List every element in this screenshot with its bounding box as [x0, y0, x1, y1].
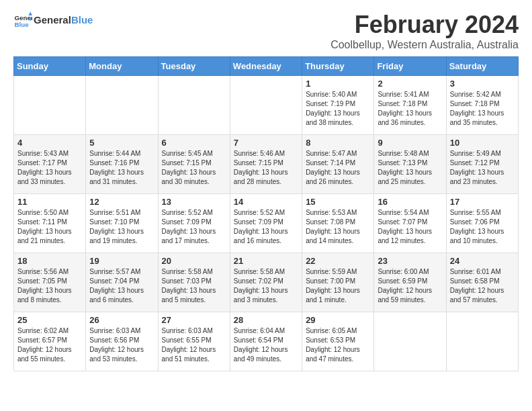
- calendar-cell: [374, 312, 446, 371]
- day-number: 12: [89, 197, 154, 207]
- day-info: Sunrise: 5:51 AMSunset: 7:10 PMDaylight:…: [89, 208, 154, 246]
- day-number: 11: [17, 197, 82, 207]
- header: General Blue GeneralBlue February 2024 C…: [13, 11, 519, 51]
- day-info: Sunrise: 5:55 AMSunset: 7:06 PMDaylight:…: [450, 208, 515, 246]
- calendar-week-2: 4Sunrise: 5:43 AMSunset: 7:17 PMDaylight…: [14, 135, 519, 194]
- calendar: SundayMondayTuesdayWednesdayThursdayFrid…: [13, 56, 519, 371]
- day-number: 2: [378, 79, 442, 89]
- calendar-cell: [158, 76, 230, 135]
- day-number: 14: [234, 197, 298, 207]
- calendar-cell: [230, 76, 302, 135]
- day-info: Sunrise: 6:02 AMSunset: 6:57 PMDaylight:…: [17, 326, 82, 364]
- day-info: Sunrise: 5:40 AMSunset: 7:19 PMDaylight:…: [306, 90, 370, 128]
- calendar-cell: 6Sunrise: 5:45 AMSunset: 7:15 PMDaylight…: [158, 135, 230, 194]
- subtitle: Coolbellup, Western Australia, Australia: [330, 39, 519, 51]
- day-number: 20: [162, 256, 226, 266]
- calendar-header-row: SundayMondayTuesdayWednesdayThursdayFrid…: [14, 57, 519, 76]
- calendar-cell: 24Sunrise: 6:01 AMSunset: 6:58 PMDayligh…: [446, 253, 518, 312]
- day-info: Sunrise: 5:52 AMSunset: 7:09 PMDaylight:…: [162, 208, 226, 246]
- calendar-header-friday: Friday: [374, 57, 446, 76]
- calendar-cell: 11Sunrise: 5:50 AMSunset: 7:11 PMDayligh…: [14, 194, 86, 253]
- calendar-week-1: 1Sunrise: 5:40 AMSunset: 7:19 PMDaylight…: [14, 76, 519, 135]
- day-number: 24: [450, 256, 515, 266]
- day-info: Sunrise: 5:59 AMSunset: 7:00 PMDaylight:…: [306, 267, 370, 305]
- calendar-cell: [446, 312, 518, 371]
- day-info: Sunrise: 5:42 AMSunset: 7:18 PMDaylight:…: [450, 90, 515, 128]
- day-number: 29: [306, 315, 370, 325]
- day-info: Sunrise: 5:58 AMSunset: 7:03 PMDaylight:…: [162, 267, 226, 305]
- calendar-header-wednesday: Wednesday: [230, 57, 302, 76]
- calendar-cell: 22Sunrise: 5:59 AMSunset: 7:00 PMDayligh…: [302, 253, 374, 312]
- day-info: Sunrise: 5:58 AMSunset: 7:02 PMDaylight:…: [234, 267, 298, 305]
- day-number: 27: [162, 315, 226, 325]
- day-info: Sunrise: 5:43 AMSunset: 7:17 PMDaylight:…: [17, 149, 82, 187]
- day-number: 23: [378, 256, 442, 266]
- calendar-header-tuesday: Tuesday: [158, 57, 230, 76]
- calendar-cell: 21Sunrise: 5:58 AMSunset: 7:02 PMDayligh…: [230, 253, 302, 312]
- calendar-cell: 12Sunrise: 5:51 AMSunset: 7:10 PMDayligh…: [86, 194, 158, 253]
- calendar-week-5: 25Sunrise: 6:02 AMSunset: 6:57 PMDayligh…: [14, 312, 519, 371]
- main-title: February 2024: [330, 11, 519, 39]
- day-info: Sunrise: 6:03 AMSunset: 6:55 PMDaylight:…: [162, 326, 226, 364]
- day-number: 8: [306, 138, 370, 148]
- day-info: Sunrise: 6:00 AMSunset: 6:59 PMDaylight:…: [378, 267, 442, 305]
- day-number: 9: [378, 138, 442, 148]
- calendar-header-sunday: Sunday: [14, 57, 86, 76]
- calendar-cell: 17Sunrise: 5:55 AMSunset: 7:06 PMDayligh…: [446, 194, 518, 253]
- day-info: Sunrise: 5:53 AMSunset: 7:08 PMDaylight:…: [306, 208, 370, 246]
- day-number: 21: [234, 256, 298, 266]
- day-number: 22: [306, 256, 370, 266]
- calendar-cell: 26Sunrise: 6:03 AMSunset: 6:56 PMDayligh…: [86, 312, 158, 371]
- calendar-cell: 1Sunrise: 5:40 AMSunset: 7:19 PMDaylight…: [302, 76, 374, 135]
- calendar-cell: 15Sunrise: 5:53 AMSunset: 7:08 PMDayligh…: [302, 194, 374, 253]
- calendar-cell: 29Sunrise: 6:05 AMSunset: 6:53 PMDayligh…: [302, 312, 374, 371]
- calendar-cell: 27Sunrise: 6:03 AMSunset: 6:55 PMDayligh…: [158, 312, 230, 371]
- day-number: 18: [17, 256, 82, 266]
- day-info: Sunrise: 5:50 AMSunset: 7:11 PMDaylight:…: [17, 208, 82, 246]
- calendar-cell: 5Sunrise: 5:44 AMSunset: 7:16 PMDaylight…: [86, 135, 158, 194]
- title-area: February 2024 Coolbellup, Western Austra…: [330, 11, 519, 51]
- day-number: 5: [89, 138, 154, 148]
- day-number: 6: [162, 138, 226, 148]
- day-info: Sunrise: 5:54 AMSunset: 7:07 PMDaylight:…: [378, 208, 442, 246]
- calendar-cell: 20Sunrise: 5:58 AMSunset: 7:03 PMDayligh…: [158, 253, 230, 312]
- calendar-cell: 9Sunrise: 5:48 AMSunset: 7:13 PMDaylight…: [374, 135, 446, 194]
- calendar-cell: 3Sunrise: 5:42 AMSunset: 7:18 PMDaylight…: [446, 76, 518, 135]
- day-number: 25: [17, 315, 82, 325]
- day-number: 28: [234, 315, 298, 325]
- calendar-week-4: 18Sunrise: 5:56 AMSunset: 7:05 PMDayligh…: [14, 253, 519, 312]
- logo-icon: General Blue: [13, 11, 32, 30]
- calendar-cell: 10Sunrise: 5:49 AMSunset: 7:12 PMDayligh…: [446, 135, 518, 194]
- logo: General Blue GeneralBlue: [13, 11, 93, 30]
- day-info: Sunrise: 5:44 AMSunset: 7:16 PMDaylight:…: [89, 149, 154, 187]
- day-number: 19: [89, 256, 154, 266]
- svg-marker-2: [28, 11, 32, 15]
- day-info: Sunrise: 6:03 AMSunset: 6:56 PMDaylight:…: [89, 326, 154, 364]
- logo-blue: Blue: [71, 14, 93, 26]
- calendar-cell: 19Sunrise: 5:57 AMSunset: 7:04 PMDayligh…: [86, 253, 158, 312]
- calendar-cell: 8Sunrise: 5:47 AMSunset: 7:14 PMDaylight…: [302, 135, 374, 194]
- calendar-cell: 14Sunrise: 5:52 AMSunset: 7:09 PMDayligh…: [230, 194, 302, 253]
- calendar-header-saturday: Saturday: [446, 57, 518, 76]
- day-number: 15: [306, 197, 370, 207]
- day-info: Sunrise: 5:56 AMSunset: 7:05 PMDaylight:…: [17, 267, 82, 305]
- day-info: Sunrise: 5:49 AMSunset: 7:12 PMDaylight:…: [450, 149, 515, 187]
- day-info: Sunrise: 6:04 AMSunset: 6:54 PMDaylight:…: [234, 326, 298, 364]
- calendar-week-3: 11Sunrise: 5:50 AMSunset: 7:11 PMDayligh…: [14, 194, 519, 253]
- calendar-cell: 16Sunrise: 5:54 AMSunset: 7:07 PMDayligh…: [374, 194, 446, 253]
- day-info: Sunrise: 5:48 AMSunset: 7:13 PMDaylight:…: [378, 149, 442, 187]
- day-info: Sunrise: 5:45 AMSunset: 7:15 PMDaylight:…: [162, 149, 226, 187]
- day-number: 26: [89, 315, 154, 325]
- calendar-header-monday: Monday: [86, 57, 158, 76]
- calendar-cell: 7Sunrise: 5:46 AMSunset: 7:15 PMDaylight…: [230, 135, 302, 194]
- calendar-cell: 13Sunrise: 5:52 AMSunset: 7:09 PMDayligh…: [158, 194, 230, 253]
- calendar-cell: [14, 76, 86, 135]
- day-number: 17: [450, 197, 515, 207]
- day-info: Sunrise: 5:46 AMSunset: 7:15 PMDaylight:…: [234, 149, 298, 187]
- day-info: Sunrise: 5:57 AMSunset: 7:04 PMDaylight:…: [89, 267, 154, 305]
- day-number: 16: [378, 197, 442, 207]
- day-number: 13: [162, 197, 226, 207]
- day-number: 7: [234, 138, 298, 148]
- day-number: 1: [306, 79, 370, 89]
- day-info: Sunrise: 5:52 AMSunset: 7:09 PMDaylight:…: [234, 208, 298, 246]
